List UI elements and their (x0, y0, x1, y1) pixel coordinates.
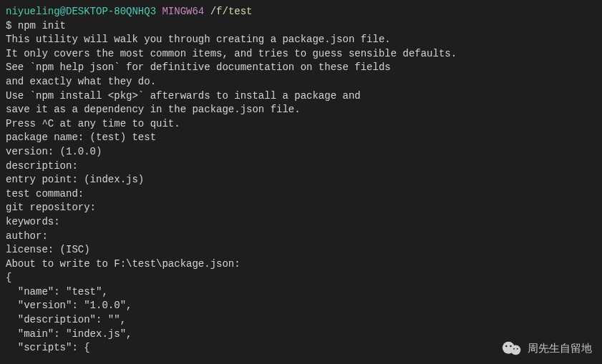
command-text: npm init (18, 20, 66, 31)
prompt-license: license: (ISC) (6, 243, 596, 257)
output-line: This utility will walk you through creat… (6, 33, 596, 47)
command-line[interactable]: $ npm init (6, 19, 596, 34)
watermark: 周先生自留地 (502, 340, 592, 355)
prompt-package-name: package name: (test) test (6, 131, 596, 145)
prompt-git-repository: git repository: (6, 201, 596, 215)
prompt-env: MINGW64 (162, 6, 204, 17)
prompt-description: description: (6, 159, 596, 174)
svg-point-3 (510, 345, 511, 346)
prompt-test-command: test command: (6, 187, 596, 202)
json-line: "main": "index.js", (6, 328, 596, 342)
prompt-entry-point: entry point: (index.js) (6, 173, 596, 187)
json-line: "name": "test", (6, 285, 596, 300)
prompt-symbol: $ (6, 20, 11, 31)
svg-point-4 (513, 348, 515, 349)
prompt-author: author: (6, 230, 596, 244)
output-line: See `npm help json` for definitive docum… (6, 61, 596, 75)
prompt-path: /f/test (210, 6, 253, 17)
prompt-user: niyueling@DESKTOP-80QNHQ3 (6, 6, 156, 17)
prompt-keywords: keywords: (6, 215, 596, 230)
svg-point-2 (505, 345, 507, 346)
output-line: save it as a dependency in the package.j… (6, 103, 596, 117)
output-line: Press ^C at any time to quit. (6, 117, 596, 132)
output-line: and exactly what they do. (6, 75, 596, 89)
svg-point-5 (517, 348, 518, 349)
wechat-icon (502, 341, 522, 355)
output-line: Use `npm install <pkg>` afterwards to in… (6, 89, 596, 104)
json-line: "description": "", (6, 313, 596, 328)
svg-point-1 (510, 345, 520, 355)
prompt-version: version: (1.0.0) (6, 145, 596, 159)
output-write-path: About to write to F:\test\package.json: (6, 257, 596, 272)
json-line: { (6, 271, 596, 285)
watermark-text: 周先生自留地 (528, 340, 592, 355)
prompt-line: niyueling@DESKTOP-80QNHQ3 MINGW64 /f/tes… (6, 5, 596, 19)
output-line: It only covers the most common items, an… (6, 47, 596, 62)
json-line: "version": "1.0.0", (6, 299, 596, 313)
